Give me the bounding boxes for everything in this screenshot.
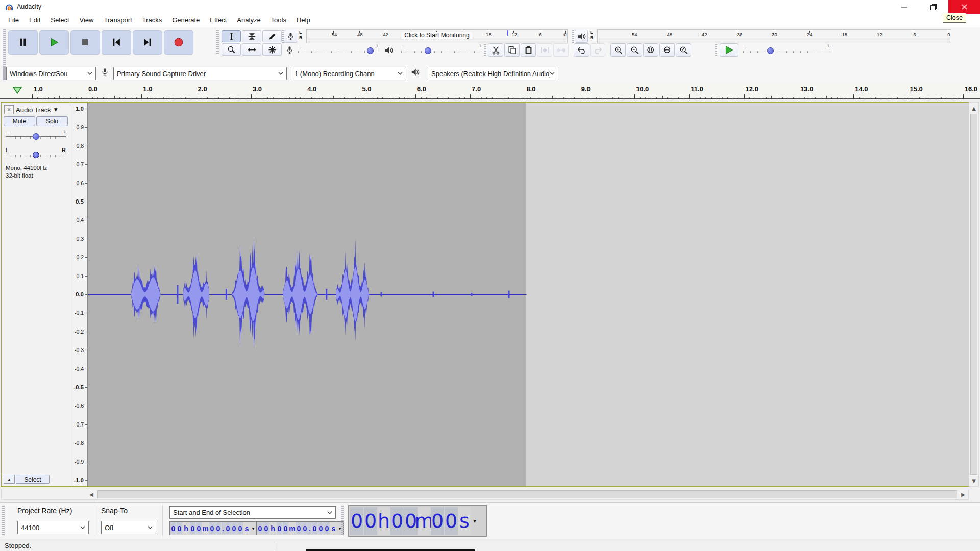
redo-button[interactable] [590,43,605,57]
zoom-fit-button[interactable] [659,43,675,57]
close-button[interactable] [948,0,980,14]
silence-audio-button[interactable] [553,43,569,57]
selection-end-field[interactable]: 00h00m00.000s▾ [256,521,344,535]
waveform-clip[interactable] [88,103,969,486]
horizontal-scroll-thumb[interactable] [97,490,957,498]
zoom-toggle-button[interactable] [676,43,691,57]
scroll-up-icon[interactable]: ▲ [969,104,978,113]
menu-transport[interactable]: Transport [99,14,137,26]
gain-slider-thumb[interactable] [33,133,39,140]
copy-button[interactable] [504,43,520,57]
menu-tools[interactable]: Tools [266,14,291,26]
menu-file[interactable]: File [3,14,24,26]
playback-meter-grip[interactable] [572,30,574,43]
selection-start-field[interactable]: 00h00m00.000s▾ [169,521,257,535]
zoom-selection-button[interactable] [643,43,658,57]
scroll-left-icon[interactable]: ◀ [86,489,96,499]
menu-analyze[interactable]: Analyze [232,14,265,26]
multi-tool-button[interactable] [262,43,282,56]
audio-position-display[interactable]: 00h00m00s▾ [348,505,487,537]
recording-channels-select[interactable]: 1 (Mono) Recording Chann [291,67,406,80]
audio-host-value: Windows DirectSou [10,70,67,78]
vertical-ruler[interactable]: 1.00.90.80.70.60.50.40.30.20.10.0-0.1-0.… [70,103,88,486]
solo-button[interactable]: Solo [36,116,68,126]
device-toolbar-grip[interactable] [3,67,6,80]
play-at-speed-button[interactable] [720,43,738,57]
microphone-button[interactable] [284,30,297,43]
track-close-button[interactable]: × [4,105,14,114]
timeline-ruler[interactable]: 1.00.01.02.03.04.05.06.07.08.09.010.011.… [0,83,980,99]
menu-help[interactable]: Help [291,14,315,26]
time-toolbar-grip[interactable] [341,506,344,536]
paste-button[interactable] [521,43,536,57]
undo-button[interactable] [574,43,589,57]
envelope-tool-button[interactable] [242,30,261,42]
track-select-button[interactable]: Select [16,475,50,484]
snap-to-select[interactable]: Off [101,521,156,534]
selection-mode-select[interactable]: Start and End of Selection [169,506,336,519]
minimize-button[interactable] [889,0,919,14]
play-speed-grip[interactable] [715,44,717,56]
play-speed-slider-track[interactable] [743,51,830,51]
recording-device-select[interactable]: Primary Sound Capture Driver [113,67,287,80]
ruler-minor-tick [459,97,460,99]
zoom-out-button[interactable] [627,43,642,57]
restore-button[interactable] [919,0,948,14]
playback-volume-slider-thumb[interactable] [425,47,431,54]
zoom-in-icon [614,45,623,55]
zoom-tool-button[interactable] [222,43,241,56]
time-field-caret-icon[interactable]: ▾ [251,522,256,534]
menu-generate[interactable]: Generate [167,14,205,26]
slider-tick [65,155,65,157]
ruler-minor-tick [536,97,536,99]
scroll-right-icon[interactable]: ▶ [958,489,968,499]
play-speed-slider-thumb[interactable] [767,47,774,54]
scroll-down-icon[interactable]: ▼ [969,476,978,485]
edit-toolbar-grip[interactable] [484,44,486,56]
trim-outside-button[interactable] [537,43,552,57]
monitor-text[interactable]: Click to Start Monitoring [401,32,472,39]
play-button[interactable] [39,30,69,55]
recording-volume-slider-thumb[interactable] [367,47,374,54]
track-title-dropdown[interactable]: Audio Track ▼ [16,105,68,114]
skip-to-start-button[interactable] [102,30,131,55]
mute-button[interactable]: Mute [4,116,35,126]
waveform-area[interactable] [88,103,969,486]
draw-tool-button[interactable] [262,30,282,42]
selection-tool-button[interactable] [222,30,241,42]
ruler-minor-tick [727,97,728,99]
slider-tick [468,51,468,53]
tools-toolbar-grip[interactable] [216,30,219,54]
playback-device-select[interactable]: Speakers (Realtek High Definition Audio) [428,67,558,80]
ruler-minor-tick [941,97,942,99]
cut-button[interactable] [488,43,503,57]
ruler-minor-tick [432,97,432,99]
menu-effect[interactable]: Effect [205,14,232,26]
speaker-button[interactable] [575,30,588,43]
zoom-in-button[interactable] [610,43,626,57]
horizontal-scrollbar[interactable]: ◀ ▶ [1,489,969,500]
vertical-scroll-thumb[interactable] [970,114,977,475]
menu-select[interactable]: Select [45,14,74,26]
project-rate-select[interactable]: 44100 [17,521,89,534]
time-shift-tool-button[interactable] [242,43,261,56]
audio-host-select[interactable]: Windows DirectSou [6,67,96,80]
playback-volume-slider-track[interactable] [401,51,482,51]
meter-scale[interactable]: -54-48-42-36-30-24-18-12-60 [597,29,951,43]
track-collapse-button[interactable]: ▲ [4,475,15,484]
skip-to-end-button[interactable] [133,30,162,55]
time-field-caret-icon[interactable]: ▾ [471,507,478,535]
menu-tracks[interactable]: Tracks [137,14,167,26]
timeline-pin-icon[interactable] [12,86,22,94]
selection-toolbar-grip[interactable] [2,506,5,536]
pause-button[interactable] [8,30,38,55]
meter-scale[interactable]: -54-48-42-36-30-24-18-12-60Click to Star… [306,29,568,43]
menu-view[interactable]: View [75,14,99,26]
slider-tick [474,51,475,53]
stop-button[interactable] [70,30,100,55]
record-button[interactable] [164,30,193,55]
ruler-minor-tick [426,97,427,99]
menu-edit[interactable]: Edit [24,14,45,26]
pan-slider-thumb[interactable] [33,152,39,158]
vertical-scrollbar[interactable]: ▲ ▼ [969,102,979,487]
